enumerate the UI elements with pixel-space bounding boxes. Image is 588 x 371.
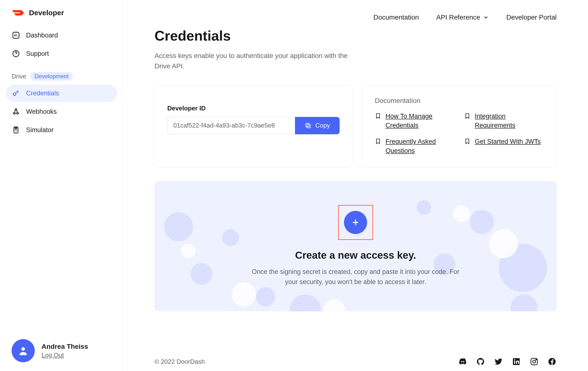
- doc-link-manage-credentials[interactable]: How To Manage Credentials: [386, 112, 454, 130]
- sidebar-item-support[interactable]: Support: [6, 45, 117, 62]
- svg-point-15: [536, 359, 536, 360]
- instagram-icon[interactable]: [530, 357, 539, 366]
- bookmark-icon: [375, 113, 381, 119]
- topnav-developer-portal[interactable]: Developer Portal: [506, 13, 556, 21]
- svg-rect-8: [307, 124, 310, 128]
- svg-rect-9: [306, 123, 309, 127]
- documentation-card: Documentation How To Manage Credentials …: [362, 85, 556, 167]
- brand-logo[interactable]: Developer: [0, 9, 123, 27]
- user-name: Andrea Theiss: [42, 343, 88, 350]
- top-nav: Documentation API Reference Developer Po…: [373, 13, 556, 21]
- logout-link[interactable]: Log Out: [42, 351, 64, 359]
- developer-id-input[interactable]: [167, 117, 295, 134]
- create-key-highlight: [338, 205, 373, 240]
- facebook-icon[interactable]: [547, 357, 556, 366]
- section-label: Drive: [11, 73, 26, 80]
- sidebar-item-dashboard[interactable]: Dashboard: [6, 27, 117, 44]
- sidebar-section-header: Drive Development: [0, 62, 123, 85]
- discord-icon[interactable]: [458, 357, 467, 366]
- page-subtitle: Access keys enable you to authenticate y…: [155, 51, 365, 72]
- create-key-button[interactable]: [344, 211, 367, 234]
- twitter-icon[interactable]: [494, 357, 503, 366]
- plus-icon: [351, 218, 360, 227]
- sidebar-nav-sub: Credentials Webhooks Simulator: [0, 85, 123, 139]
- topnav-api-reference[interactable]: API Reference: [436, 13, 489, 21]
- sidebar-item-label: Dashboard: [26, 32, 58, 39]
- sidebar-item-webhooks[interactable]: Webhooks: [6, 103, 117, 120]
- doc-link: Frequently Asked Questions: [375, 137, 454, 155]
- svg-point-2: [13, 93, 16, 96]
- sidebar-item-label: Simulator: [26, 126, 53, 134]
- create-access-key-panel: Create a new access key. Once the signin…: [155, 181, 556, 311]
- chevron-down-icon: [483, 14, 489, 20]
- sidebar-item-label: Webhooks: [26, 108, 57, 115]
- page-title: Credentials: [155, 28, 556, 44]
- person-icon: [18, 345, 29, 356]
- svg-point-5: [15, 109, 17, 110]
- copy-icon: [304, 122, 311, 129]
- key-icon: [11, 89, 20, 98]
- dashboard-icon: [11, 31, 20, 40]
- doc-link-jwts[interactable]: Get Started With JWTs: [475, 137, 541, 146]
- decorative-bubbles: [155, 181, 556, 311]
- bookmark-icon: [464, 113, 471, 119]
- svg-point-4: [17, 113, 19, 114]
- create-subtitle: Once the signing secret is created, copy…: [247, 267, 464, 287]
- sidebar-item-simulator[interactable]: Simulator: [6, 121, 117, 139]
- bookmark-icon: [464, 138, 471, 144]
- sidebar-item-credentials[interactable]: Credentials: [6, 85, 117, 102]
- bookmark-icon: [375, 138, 381, 144]
- doc-link-integration-requirements[interactable]: Integration Requirements: [475, 112, 544, 130]
- svg-point-14: [533, 360, 536, 363]
- sidebar-item-label: Support: [26, 50, 49, 57]
- support-icon: [11, 49, 20, 58]
- brand-name: Developer: [29, 9, 64, 17]
- create-title: Create a new access key.: [295, 250, 416, 261]
- linkedin-icon[interactable]: [512, 357, 521, 366]
- svg-rect-11: [514, 361, 515, 364]
- svg-point-12: [514, 359, 515, 360]
- user-section: Andrea Theiss Log Out: [0, 339, 123, 362]
- simulator-icon: [11, 126, 20, 134]
- svg-point-3: [13, 113, 15, 114]
- webhooks-icon: [11, 107, 20, 116]
- github-icon[interactable]: [476, 357, 485, 366]
- copy-button[interactable]: Copy: [295, 117, 340, 134]
- doc-link: Get Started With JWTs: [464, 137, 544, 155]
- main-content: Documentation API Reference Developer Po…: [123, 0, 588, 371]
- copyright: © 2022 DoorDash: [155, 358, 205, 365]
- environment-badge[interactable]: Development: [30, 72, 73, 81]
- avatar[interactable]: [11, 339, 35, 362]
- doordash-icon: [11, 9, 25, 16]
- doc-link: Integration Requirements: [464, 112, 544, 130]
- sidebar-nav-primary: Dashboard Support: [0, 27, 123, 62]
- social-links: [458, 357, 556, 366]
- developer-id-card: Developer ID Copy: [155, 85, 352, 167]
- developer-id-label: Developer ID: [167, 105, 340, 112]
- doc-link: How To Manage Credentials: [375, 112, 454, 130]
- sidebar: Developer Dashboard Support Drive Develo…: [0, 0, 123, 371]
- svg-point-7: [21, 347, 25, 351]
- topnav-documentation[interactable]: Documentation: [373, 13, 419, 21]
- footer: © 2022 DoorDash: [155, 345, 556, 371]
- sidebar-item-label: Credentials: [26, 90, 59, 97]
- doc-card-title: Documentation: [375, 97, 544, 105]
- doc-link-faq[interactable]: Frequently Asked Questions: [386, 137, 454, 155]
